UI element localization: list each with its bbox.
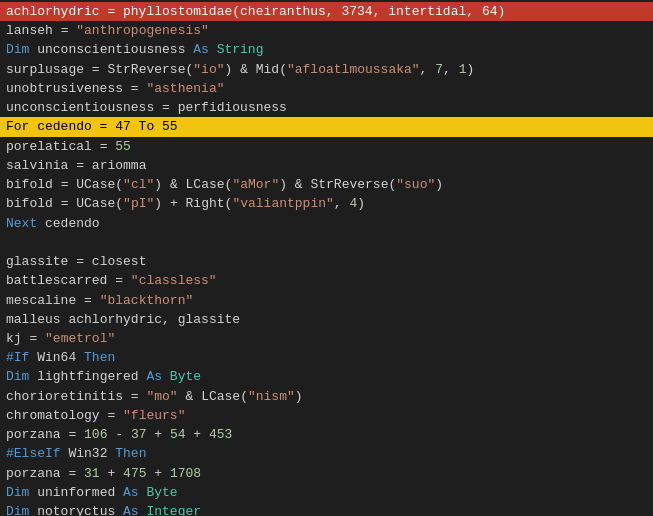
code-token (162, 466, 170, 481)
code-token (162, 427, 170, 442)
code-token (92, 139, 100, 154)
code-line: glassite = closest (0, 252, 653, 271)
code-token: porzana (6, 466, 61, 481)
code-token: Dim (6, 504, 37, 516)
code-token: LCase (201, 389, 240, 404)
code-token: achlorhydric (68, 312, 162, 327)
code-token: String (217, 42, 264, 57)
code-token: perfidiousness (178, 100, 287, 115)
code-line: Dim uninformed As Byte (0, 483, 653, 502)
code-token: "mo" (146, 389, 177, 404)
code-token: StrReverse (310, 177, 388, 192)
code-token: 475 (123, 466, 146, 481)
code-line: salvinia = ariomma (0, 156, 653, 175)
code-token (53, 177, 61, 192)
code-token (451, 62, 459, 77)
code-token: = (76, 254, 84, 269)
code-token: As (193, 42, 216, 57)
code-token: ( (115, 177, 123, 192)
code-line: battlescarred = "classless" (0, 271, 653, 290)
code-token: , (443, 62, 451, 77)
code-token (162, 177, 170, 192)
code-token: ) (154, 196, 162, 211)
code-editor: achlorhydric = phyllostomidae(cheiranthu… (0, 0, 653, 516)
code-token: 55 (115, 139, 131, 154)
code-token: unconscientiousness (37, 42, 193, 57)
code-token: & (295, 177, 303, 192)
code-token: Then (84, 350, 115, 365)
code-token: kj (6, 331, 22, 346)
code-token: mescaline (6, 293, 76, 308)
code-token (287, 177, 295, 192)
code-token: malleus (6, 312, 61, 327)
code-token (154, 100, 162, 115)
code-token: Integer (146, 504, 201, 516)
code-line: #If Win64 Then (0, 348, 653, 367)
code-line: malleus achlorhydric, glassite (0, 310, 653, 329)
code-token: notoryctus (37, 504, 123, 516)
code-token: , (162, 312, 170, 327)
code-token (92, 293, 100, 308)
code-line: chorioretinitis = "mo" & LCase("nism") (0, 387, 653, 406)
code-token: LCase (186, 177, 225, 192)
code-token: + (193, 427, 201, 442)
code-line: #ElseIf Win32 Then (0, 444, 653, 463)
code-token: "cl" (123, 177, 154, 192)
code-token (170, 100, 178, 115)
code-token (123, 273, 131, 288)
code-token: "emetrol" (45, 331, 115, 346)
code-token (76, 293, 84, 308)
code-token: salvinia (6, 158, 68, 173)
code-token: Dim (6, 42, 37, 57)
code-token: lightfingered (37, 369, 146, 384)
code-line-yellow: For cedendo = 47 To 55 (0, 117, 653, 136)
code-line: Dim unconscientiousness As String (0, 40, 653, 59)
code-token: "aMor" (232, 177, 279, 192)
code-token (178, 389, 186, 404)
code-token: lanseh (6, 23, 53, 38)
code-token (123, 81, 131, 96)
code-token: unobtrusiveness (6, 81, 123, 96)
code-line: unobtrusiveness = "asthenia" (0, 79, 653, 98)
code-token (37, 331, 45, 346)
code-token: bifold (6, 177, 53, 192)
code-token: Mid (256, 62, 279, 77)
code-line: bifold = UCase("pI") + Right("valiantppi… (0, 194, 653, 213)
code-token: 106 (84, 427, 107, 442)
code-token: chorioretinitis (6, 389, 123, 404)
code-line: bifold = UCase("cl") & LCase("aMor") & S… (0, 175, 653, 194)
code-line: mescaline = "blackthorn" (0, 291, 653, 310)
code-token (170, 312, 178, 327)
code-token: Win32 (68, 446, 115, 461)
code-token: "nism" (248, 389, 295, 404)
code-token (76, 466, 84, 481)
code-token (178, 177, 186, 192)
code-token (115, 466, 123, 481)
code-token: ( (240, 389, 248, 404)
code-token: ) (435, 177, 443, 192)
code-token: UCase (76, 196, 115, 211)
code-token (123, 389, 131, 404)
code-line: lanseh = "anthropogenesis" (0, 21, 653, 40)
code-token (248, 62, 256, 77)
code-token (115, 408, 123, 423)
code-token: ( (279, 62, 287, 77)
code-token: = (162, 100, 170, 115)
code-token: Then (115, 446, 146, 461)
code-token: Right (186, 196, 225, 211)
code-token (84, 254, 92, 269)
code-token: 54 (170, 427, 186, 442)
code-token: UCase (76, 177, 115, 192)
code-line: Dim lightfingered As Byte (0, 367, 653, 386)
code-line: Dim notoryctus As Integer (0, 502, 653, 516)
code-token: 37 (131, 427, 147, 442)
code-token: = (92, 62, 100, 77)
code-token: StrReverse (107, 62, 185, 77)
code-token: Next (6, 216, 45, 231)
code-token: "io" (193, 62, 224, 77)
code-token (84, 62, 92, 77)
code-token: "valiantppin" (232, 196, 333, 211)
code-token: ) (466, 62, 474, 77)
code-token: #If (6, 350, 37, 365)
code-token: battlescarred (6, 273, 107, 288)
